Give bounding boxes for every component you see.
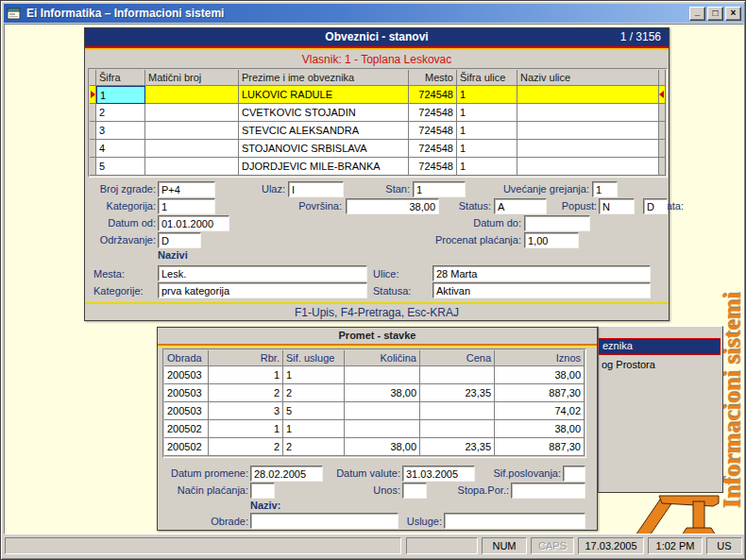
cell[interactable]: 887,30: [495, 384, 585, 402]
promet-title[interactable]: Promet - stavke: [158, 328, 597, 344]
cell[interactable]: STOJANOVIC SRBISLAVA: [239, 140, 409, 158]
cell[interactable]: [517, 158, 659, 176]
popust-field[interactable]: [599, 198, 635, 214]
cell[interactable]: 1: [457, 104, 517, 122]
ulice-field[interactable]: [432, 265, 651, 281]
broj-zgrade-field[interactable]: [158, 181, 215, 197]
cell[interactable]: 2: [209, 438, 283, 456]
povrsina-field[interactable]: [346, 198, 439, 214]
sif-poslovanja-field[interactable]: [563, 466, 585, 482]
cell[interactable]: 74,02: [495, 402, 585, 420]
table-row[interactable]: 2 CVETKOVIC STOJADIN 724548 1: [90, 104, 666, 122]
col-header-cena[interactable]: Cena: [420, 350, 495, 366]
cell[interactable]: 724548: [409, 158, 457, 176]
cell[interactable]: 1: [96, 86, 145, 104]
minimize-button[interactable]: _: [689, 7, 705, 21]
cell[interactable]: 2: [283, 438, 345, 456]
cell[interactable]: [345, 402, 420, 420]
col-header-kolicina[interactable]: Količina: [345, 350, 420, 366]
cell[interactable]: 2: [209, 384, 283, 402]
cell[interactable]: LUKOVIC RADULE: [239, 86, 409, 104]
cell[interactable]: [145, 158, 239, 176]
stopa-por-field[interactable]: [511, 483, 585, 499]
col-header-obrada[interactable]: Obrada: [164, 350, 209, 366]
nacin-placanja-field[interactable]: [250, 483, 275, 499]
cell[interactable]: CVETKOVIC STOJADIN: [239, 104, 409, 122]
cell[interactable]: 200503: [164, 366, 209, 384]
cell[interactable]: 1: [283, 366, 345, 384]
cell[interactable]: 724548: [409, 122, 457, 140]
table-row[interactable]: 4 STOJANOVIC SRBISLAVA 724548 1: [90, 140, 666, 158]
cell[interactable]: 2: [96, 104, 145, 122]
cell[interactable]: 38,00: [345, 384, 420, 402]
table-row[interactable]: 200503 2 2 38,00 23,35 887,30: [164, 384, 585, 402]
table-row[interactable]: 200503 1 1 38,00: [164, 366, 585, 384]
cell[interactable]: 38,00: [345, 438, 420, 456]
col-header-naziv-ulice[interactable]: Naziv ulice: [517, 70, 659, 86]
col-header-maticni-broj[interactable]: Matični broj: [145, 70, 239, 86]
cell[interactable]: 200503: [164, 384, 209, 402]
maximize-button[interactable]: □: [707, 7, 723, 21]
cell[interactable]: 200502: [164, 420, 209, 438]
cell[interactable]: [420, 420, 495, 438]
table-row-selected[interactable]: 1 LUKOVIC RADULE 724548 1: [90, 86, 666, 104]
odrzavanje-field[interactable]: [158, 232, 201, 248]
cell[interactable]: [517, 104, 659, 122]
cell[interactable]: [145, 104, 239, 122]
cell[interactable]: 1: [457, 122, 517, 140]
cell[interactable]: 3: [96, 122, 145, 140]
kategorija-field[interactable]: [158, 198, 215, 214]
table-row[interactable]: 200503 3 5 74,02: [164, 402, 585, 420]
cell[interactable]: 23,35: [420, 438, 495, 456]
cell[interactable]: 5: [283, 402, 345, 420]
obrade-field[interactable]: [250, 513, 398, 529]
table-row[interactable]: 200502 2 2 38,00 23,35 887,30: [164, 438, 585, 456]
cell[interactable]: 38,00: [495, 366, 585, 384]
cell[interactable]: [517, 140, 659, 158]
col-header-prezime[interactable]: Prezime i ime obveznika: [239, 70, 409, 86]
col-header-mesto[interactable]: Mesto: [409, 70, 457, 86]
cell[interactable]: [345, 420, 420, 438]
cell[interactable]: STEVCIC ALEKSANDRA: [239, 122, 409, 140]
col-header-sifra[interactable]: Šifra: [96, 70, 145, 86]
cell[interactable]: 1: [209, 366, 283, 384]
cell[interactable]: 38,00: [495, 420, 585, 438]
close-button[interactable]: ×: [725, 7, 741, 21]
cell[interactable]: 724548: [409, 104, 457, 122]
cell[interactable]: 200503: [164, 402, 209, 420]
mesta-field[interactable]: [158, 265, 367, 281]
kategorije-field[interactable]: [158, 282, 367, 298]
cell[interactable]: 724548: [409, 86, 457, 104]
cell[interactable]: [145, 122, 239, 140]
cell[interactable]: 1: [209, 420, 283, 438]
cell[interactable]: 5: [96, 158, 145, 176]
cell[interactable]: 23,35: [420, 384, 495, 402]
col-header-iznos[interactable]: Iznos: [495, 350, 585, 366]
table-row[interactable]: 5 DJORDJEVIC MILE-BRANKA 724548 1: [90, 158, 666, 176]
cell[interactable]: 1: [457, 140, 517, 158]
kamata-field[interactable]: [643, 198, 668, 214]
menu-item-selected[interactable]: eznika: [599, 338, 721, 355]
table-row[interactable]: 3 STEVCIC ALEKSANDRA 724548 1: [90, 122, 666, 140]
unos-field[interactable]: [402, 483, 427, 499]
cell[interactable]: 1: [457, 158, 517, 176]
cell[interactable]: [517, 86, 659, 104]
col-header-rbr[interactable]: Rbr.: [209, 350, 283, 366]
cell[interactable]: 3: [209, 402, 283, 420]
cell[interactable]: 1: [457, 86, 517, 104]
cell[interactable]: [420, 366, 495, 384]
cell[interactable]: 200502: [164, 438, 209, 456]
status-field[interactable]: [494, 198, 547, 214]
cell[interactable]: 4: [96, 140, 145, 158]
datum-valute-field[interactable]: [402, 466, 475, 482]
usluge-field[interactable]: [444, 513, 585, 529]
cell[interactable]: 2: [283, 384, 345, 402]
menu-item[interactable]: og Prostora: [602, 358, 721, 373]
datum-promene-field[interactable]: [250, 466, 323, 482]
datum-od-field[interactable]: [158, 215, 229, 231]
cell[interactable]: [145, 86, 239, 104]
col-header-sif-usluge[interactable]: Sif. usluge: [283, 350, 345, 366]
cell[interactable]: [145, 140, 239, 158]
app-icon[interactable]: [7, 7, 22, 21]
cell[interactable]: DJORDJEVIC MILE-BRANKA: [239, 158, 409, 176]
